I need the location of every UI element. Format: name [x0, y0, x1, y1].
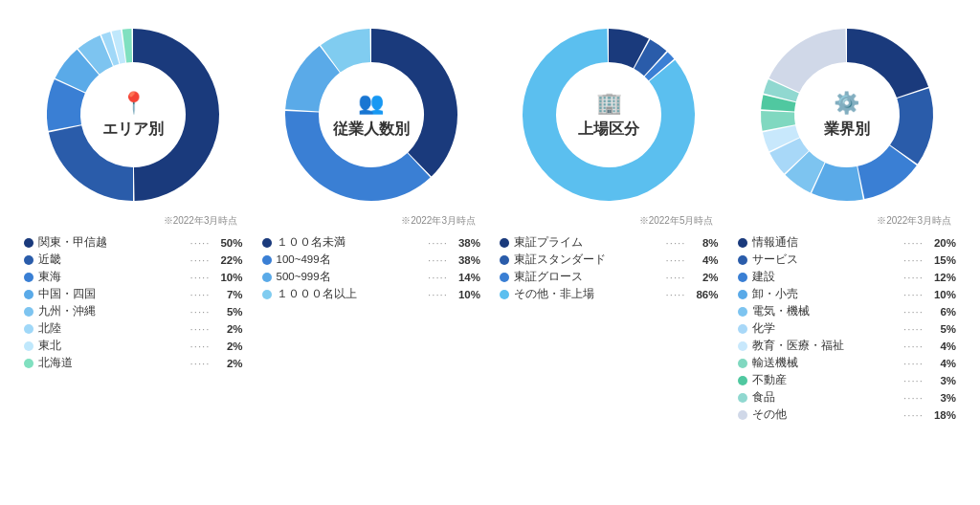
- legend-pct: 5%: [925, 323, 956, 335]
- legend-dot: [738, 324, 747, 334]
- legend-name: １００名未満: [277, 235, 427, 250]
- legend-item: 中国・四国·····7%: [24, 287, 243, 301]
- chart-title-industry: 業界別: [824, 120, 870, 140]
- legend-dot: [24, 255, 33, 265]
- legend-dot: [738, 359, 747, 368]
- legend-name: 卸・小売: [752, 287, 902, 301]
- legend-dots: ·····: [903, 340, 924, 352]
- legend-dot: [24, 238, 33, 248]
- legend-pct: 4%: [688, 254, 719, 266]
- legend-name: 東北: [38, 339, 189, 353]
- legend-item: 教育・医療・福祉·····4%: [738, 339, 957, 353]
- legend-industry: 情報通信·····20%サービス·····15%建設·····12%卸・小売··…: [733, 235, 962, 425]
- legend-dots: ·····: [903, 323, 924, 335]
- legend-item: 電気・機械·····6%: [738, 304, 957, 318]
- chart-title-listing: 上場区分: [578, 120, 639, 140]
- legend-dots: ·····: [428, 254, 448, 266]
- legend-dots: ·····: [903, 289, 924, 300]
- legend-dot: [262, 255, 272, 265]
- legend-dot: [738, 290, 747, 299]
- donut-center-area: 📍エリア別: [102, 91, 164, 140]
- timestamp-industry: ※2022年3月時点: [877, 214, 961, 228]
- legend-name: 東証スタンダード: [514, 252, 664, 267]
- legend-item: １０００名以上·····10%: [262, 287, 481, 301]
- legend-name: その他・非上場: [514, 287, 664, 301]
- legend-item: 建設·····12%: [738, 270, 957, 284]
- legend-pct: 15%: [925, 254, 956, 266]
- legend-pct: 50%: [212, 237, 243, 249]
- legend-item: 情報通信·····20%: [738, 235, 957, 250]
- legend-dots: ·····: [903, 358, 924, 369]
- legend-name: 不動産: [752, 373, 902, 387]
- legend-dots: ·····: [190, 323, 211, 335]
- legend-dots: ·····: [666, 237, 686, 249]
- legend-item: 東北·····2%: [24, 339, 243, 353]
- donut-listing: 🏢上場区分: [513, 19, 704, 210]
- chart-section-listing: 🏢上場区分※2022年5月時点東証プライム·····8%東証スタンダード····…: [495, 19, 724, 304]
- legend-pct: 4%: [925, 340, 956, 352]
- legend-dots: ·····: [190, 237, 211, 249]
- donut-center-employees: 👥従業人数別: [333, 91, 410, 140]
- legend-dots: ·····: [190, 306, 211, 318]
- chart-icon-industry: ⚙️: [834, 91, 859, 116]
- legend-dots: ·····: [903, 375, 924, 386]
- legend-dot: [24, 359, 33, 368]
- legend-pct: 14%: [450, 272, 480, 283]
- legend-pct: 2%: [212, 358, 243, 369]
- legend-name: 建設: [752, 270, 902, 284]
- legend-pct: 10%: [925, 289, 956, 300]
- legend-item: 近畿·····22%: [24, 252, 243, 267]
- legend-dot: [738, 410, 747, 420]
- legend-dots: ·····: [903, 272, 924, 283]
- chart-section-industry: ⚙️業界別※2022年3月時点情報通信·····20%サービス·····15%建…: [733, 19, 962, 425]
- legend-name: 輸送機械: [752, 356, 902, 370]
- chart-icon-listing: 🏢: [596, 91, 622, 116]
- legend-name: 500~999名: [277, 270, 427, 284]
- legend-dots: ·····: [903, 254, 924, 266]
- chart-title-area: エリア別: [102, 120, 164, 140]
- legend-dots: ·····: [903, 409, 924, 421]
- legend-pct: 3%: [925, 392, 956, 404]
- legend-dot: [500, 255, 509, 265]
- legend-item: 100~499名·····38%: [262, 252, 481, 267]
- legend-dot: [738, 376, 747, 385]
- legend-dots: ·····: [190, 272, 211, 283]
- legend-dots: ·····: [666, 254, 686, 266]
- legend-item: 北陸·····2%: [24, 321, 243, 336]
- chart-title-employees: 従業人数別: [333, 120, 410, 140]
- legend-item: 卸・小売·····10%: [738, 287, 957, 301]
- legend-pct: 2%: [688, 272, 719, 283]
- legend-pct: 38%: [450, 254, 480, 266]
- legend-name: 中国・四国: [38, 287, 189, 301]
- legend-dots: ·····: [903, 237, 924, 249]
- legend-dots: ·····: [428, 289, 448, 300]
- legend-item: 北海道·····2%: [24, 356, 243, 370]
- legend-pct: 20%: [925, 237, 956, 249]
- legend-dots: ·····: [428, 237, 448, 249]
- legend-dots: ·····: [666, 272, 686, 283]
- legend-dot: [262, 273, 272, 282]
- legend-name: 食品: [752, 390, 902, 405]
- legend-dot: [738, 307, 747, 317]
- legend-dots: ·····: [190, 340, 211, 352]
- legend-item: 化学·····5%: [738, 321, 957, 336]
- legend-item: 500~999名·····14%: [262, 270, 481, 284]
- legend-item: 九州・沖縄·····5%: [24, 304, 243, 318]
- legend-pct: 6%: [925, 306, 956, 318]
- donut-industry: ⚙️業界別: [751, 19, 943, 210]
- legend-dot: [262, 238, 272, 248]
- chart-icon-area: 📍: [121, 91, 146, 116]
- charts-container: 📍エリア別※2022年3月時点関東・甲信越·····50%近畿·····22%東…: [19, 19, 961, 425]
- legend-dot: [24, 341, 33, 351]
- legend-employees: １００名未満·····38%100~499名·····38%500~999名··…: [257, 235, 486, 304]
- legend-item: １００名未満·····38%: [262, 235, 481, 250]
- legend-item: その他·····18%: [738, 407, 957, 422]
- legend-item: 東証プライム·····8%: [500, 235, 719, 250]
- legend-pct: 38%: [450, 237, 480, 249]
- timestamp-listing: ※2022年5月時点: [639, 214, 724, 228]
- legend-item: 輸送機械·····4%: [738, 356, 957, 370]
- legend-name: 関東・甲信越: [38, 235, 189, 250]
- timestamp-area: ※2022年3月時点: [164, 214, 248, 228]
- legend-dot: [500, 238, 509, 248]
- legend-dot: [738, 238, 747, 248]
